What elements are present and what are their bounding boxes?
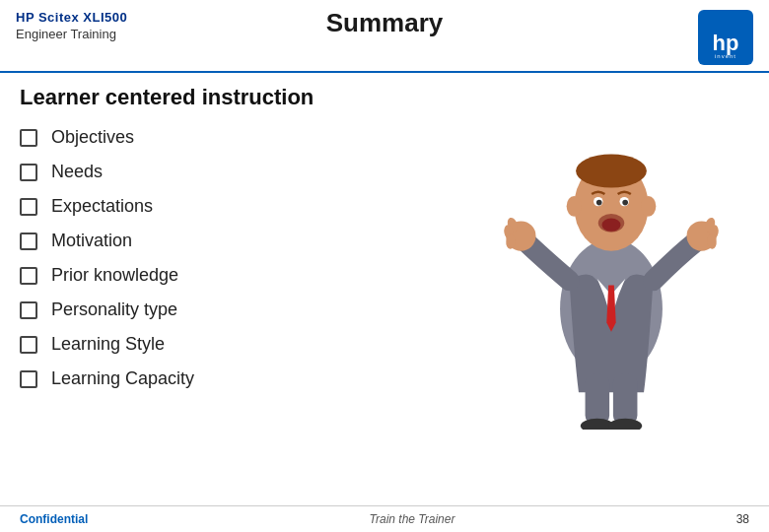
list-item: Prior knowledge [20, 258, 473, 293]
header: HP Scitex XLI500 Engineer Training Summa… [0, 0, 769, 73]
svg-rect-23 [613, 373, 638, 425]
footer-page: 38 [736, 512, 749, 526]
svg-point-12 [567, 196, 582, 217]
list-item-label: Objectives [51, 127, 134, 148]
list-item-label: Expectations [51, 196, 153, 217]
engineer-training-label: Engineer Training [16, 27, 127, 41]
checkbox-icon-learning-style [20, 336, 37, 354]
list-item: Needs [20, 155, 473, 189]
main-content: Learner centered instruction Objectives … [0, 73, 769, 430]
checkbox-icon-prior-knowledge [20, 267, 37, 285]
footer-confidential: Confidential [20, 512, 88, 526]
svg-point-25 [608, 419, 642, 430]
list-item: Expectations [20, 189, 473, 224]
svg-point-11 [602, 219, 621, 232]
svg-point-5 [576, 154, 647, 187]
checkbox-icon-learning-capacity [20, 370, 37, 388]
list-item: Objectives [20, 120, 473, 155]
checkbox-icon-objectives [20, 129, 37, 147]
list-item-label: Learning Capacity [51, 368, 194, 389]
svg-rect-22 [586, 373, 610, 425]
svg-text:invent: invent [715, 53, 736, 59]
list-item: Motivation [20, 224, 473, 258]
list-item-label: Needs [51, 162, 103, 182]
checkbox-icon-motivation [20, 233, 37, 250]
checkbox-icon-expectations [20, 198, 37, 216]
left-panel: Learner centered instruction Objectives … [20, 85, 473, 430]
footer-center: Train the Trainer [370, 512, 455, 526]
person-illustration [503, 95, 720, 430]
hp-scitex-logo: HP Scitex XLI500 [16, 10, 127, 25]
svg-point-13 [641, 196, 656, 217]
list-item-label: Personality type [51, 299, 177, 320]
list-item: Learning Style [20, 327, 473, 362]
list-item: Learning Capacity [20, 362, 473, 396]
right-panel [473, 85, 749, 430]
svg-text:hp: hp [713, 31, 739, 55]
svg-point-9 [622, 200, 628, 206]
list-item-label: Learning Style [51, 334, 165, 355]
list-item-label: Motivation [51, 231, 132, 251]
svg-point-8 [596, 200, 602, 206]
list-items: Objectives Needs Expectations Motivation… [20, 120, 473, 396]
list-item-label: Prior knowledge [51, 265, 178, 286]
hp-logo: hp invent [698, 10, 753, 65]
section-title: Learner centered instruction [20, 85, 473, 110]
header-left: HP Scitex XLI500 Engineer Training [16, 10, 127, 41]
list-item: Personality type [20, 293, 473, 327]
checkbox-icon-personality-type [20, 301, 37, 319]
footer: Confidential Train the Trainer 38 [0, 505, 769, 532]
page-title: Summary [326, 8, 444, 38]
checkbox-icon-needs [20, 164, 37, 181]
